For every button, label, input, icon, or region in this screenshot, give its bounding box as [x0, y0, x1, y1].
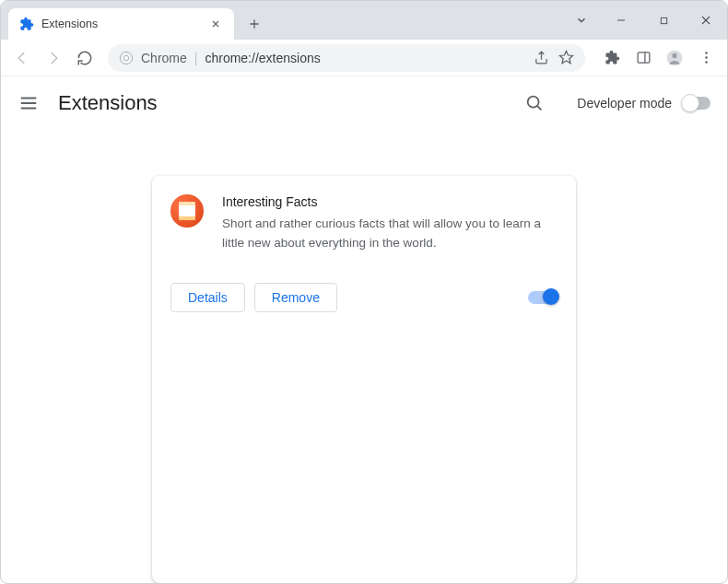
- extension-icon: [170, 194, 204, 228]
- address-url: chrome://extensions: [205, 51, 526, 65]
- developer-mode-label: Developer mode: [577, 96, 672, 111]
- content-area: Interesting Facts Short and rather curio…: [1, 130, 727, 583]
- close-window-button[interactable]: [685, 5, 727, 36]
- tab-search-button[interactable]: [563, 5, 600, 36]
- remove-button[interactable]: Remove: [254, 283, 337, 312]
- browser-tab[interactable]: Extensions: [8, 8, 234, 40]
- search-button[interactable]: [523, 92, 546, 114]
- address-bar[interactable]: Chrome | chrome://extensions: [108, 44, 585, 72]
- developer-mode: Developer mode: [577, 96, 710, 111]
- maximize-button[interactable]: [642, 5, 685, 36]
- page-header: Extensions Developer mode: [1, 76, 727, 130]
- bookmark-icon[interactable]: [558, 50, 574, 65]
- close-tab-button[interactable]: [208, 17, 223, 31]
- developer-mode-toggle[interactable]: [683, 97, 710, 110]
- share-icon[interactable]: [534, 50, 549, 65]
- tab-title: Extensions: [41, 18, 201, 30]
- menu-icon[interactable]: [18, 92, 40, 114]
- side-panel-button[interactable]: [629, 44, 657, 72]
- extension-card: Interesting Facts Short and rather curio…: [152, 176, 576, 583]
- profile-button[interactable]: [661, 44, 688, 72]
- svg-point-5: [672, 53, 676, 57]
- extension-description: Short and rather curious facts that will…: [222, 215, 558, 253]
- address-prefix: Chrome: [141, 51, 187, 65]
- svg-point-7: [705, 56, 708, 59]
- svg-rect-3: [638, 53, 650, 63]
- svg-rect-0: [661, 18, 666, 23]
- browser-window: Extensions: [0, 0, 728, 584]
- forward-button[interactable]: [40, 44, 67, 72]
- window-controls: [563, 1, 727, 40]
- extensions-button[interactable]: [598, 44, 626, 72]
- reload-button[interactable]: [71, 44, 99, 72]
- minimize-button[interactable]: [600, 5, 642, 36]
- back-button[interactable]: [8, 44, 36, 72]
- new-tab-button[interactable]: [241, 11, 267, 37]
- extension-enable-toggle[interactable]: [528, 291, 558, 304]
- tab-strip: Extensions: [1, 1, 727, 40]
- browser-toolbar: Chrome | chrome://extensions: [1, 40, 727, 76]
- svg-point-2: [123, 55, 128, 60]
- details-button[interactable]: Details: [170, 283, 245, 312]
- puzzle-icon: [19, 17, 34, 31]
- address-divider: |: [194, 51, 198, 65]
- svg-point-8: [705, 61, 708, 64]
- menu-button[interactable]: [692, 44, 720, 72]
- chrome-icon: [119, 51, 134, 65]
- svg-point-9: [528, 96, 539, 107]
- extension-name: Interesting Facts: [222, 194, 558, 209]
- svg-point-6: [705, 52, 708, 54]
- page-title: Extensions: [58, 91, 505, 115]
